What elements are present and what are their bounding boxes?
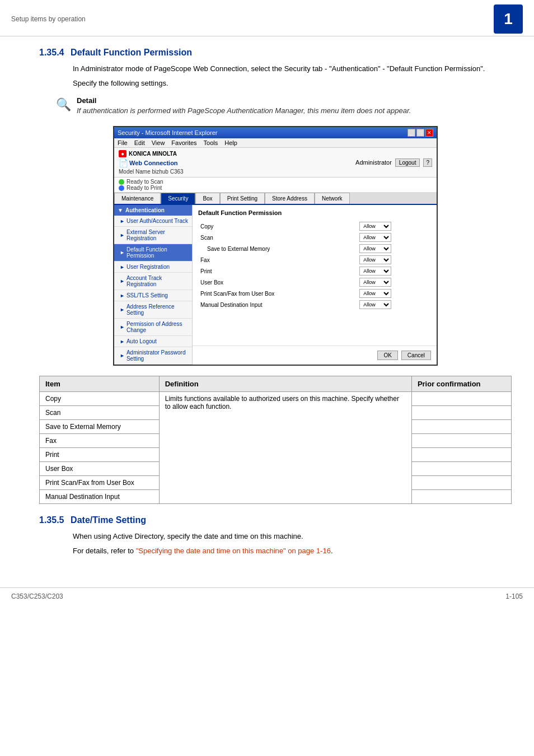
func-row-print-scan-fax: Print Scan/Fax from User Box Allow Restr…	[198, 288, 431, 299]
print-scan-fax-select[interactable]: Allow Restrict	[359, 289, 391, 298]
table-cell-item-userbox: User Box	[40, 462, 160, 476]
func-select-print-scan-fax[interactable]: Allow Restrict	[357, 288, 431, 299]
func-name-copy: Copy	[198, 221, 357, 232]
ref-table-header-row: Item Definition Prior confirmation	[40, 376, 512, 392]
table-cell-prior-scan	[411, 406, 511, 420]
ss-btn-row: OK Cancel	[193, 346, 437, 365]
table-cell-item-manual-dest: Manual Destination Input	[40, 490, 160, 504]
table-cell-item-copy: Copy	[40, 392, 160, 406]
func-select-scan[interactable]: Allow Restrict	[357, 232, 431, 243]
table-cell-item-print: Print	[40, 448, 160, 462]
status-scan: Ready to Scan	[119, 179, 432, 185]
ref-table: Item Definition Prior confirmation Copy …	[39, 376, 512, 504]
sidebar-item-user-reg[interactable]: ► User Registration	[114, 262, 192, 273]
ss-body: ▼ Authentication ► User Auth/Account Tra…	[114, 205, 437, 365]
page-header: Setup items by operation 1	[0, 0, 534, 36]
tab-security[interactable]: Security	[161, 193, 195, 204]
detail-content: Detail If authentication is performed wi…	[77, 96, 411, 116]
sidebar-item-address-ref[interactable]: ► Address Reference Setting	[114, 301, 192, 319]
maximize-button[interactable]: □	[416, 129, 424, 137]
func-name-userbox: User Box	[198, 277, 357, 288]
sidebar-item-user-auth[interactable]: ► User Auth/Account Track	[114, 216, 192, 227]
tab-network[interactable]: Network	[315, 193, 350, 204]
section2-body2-suffix: .	[331, 547, 333, 555]
model-name: Model Name bizhub C363	[119, 169, 184, 175]
sidebar-item-admin-password[interactable]: ► Administrator Password Setting	[114, 347, 192, 365]
tab-store-address[interactable]: Store Address	[265, 193, 315, 204]
section2-body2: For details, refer to "Specifying the da…	[73, 545, 512, 557]
sidebar-item-perm-address[interactable]: ► Permission of Address Change	[114, 319, 192, 336]
ss-func-table: Copy Allow Restrict Scan	[198, 221, 431, 310]
menu-help[interactable]: Help	[224, 139, 237, 146]
print-select[interactable]: Allow Restrict	[359, 267, 391, 276]
logout-button[interactable]: Logout	[395, 158, 420, 167]
scan-select[interactable]: Allow Restrict	[359, 233, 391, 242]
copy-select[interactable]: Allow Restrict	[359, 222, 391, 231]
sidebar-item-account-track[interactable]: ► Account Track Registration	[114, 273, 192, 290]
ss-logo: ● KONICA MINOLTA	[119, 150, 184, 157]
status-print: Ready to Print	[119, 185, 432, 191]
sidebar-item-default-function[interactable]: ► Default Function Permission	[114, 244, 192, 262]
sidebar-item-external-server[interactable]: ► External Server Registration	[114, 227, 192, 244]
menu-edit[interactable]: Edit	[134, 139, 145, 146]
ss-title-text: Security - Microsoft Internet Explorer	[118, 129, 218, 136]
tab-box[interactable]: Box	[195, 193, 219, 204]
tab-print-setting[interactable]: Print Setting	[220, 193, 265, 204]
table-cell-prior-print-scan-fax	[411, 476, 511, 490]
table-cell-prior-copy	[411, 392, 511, 406]
func-select-save-ext[interactable]: Allow Restrict	[357, 243, 431, 254]
sidebar-section-authentication: ▼ Authentication	[114, 205, 192, 216]
func-name-manual-dest: Manual Destination Input	[198, 299, 357, 310]
func-row-copy: Copy Allow Restrict	[198, 221, 431, 232]
footer-left: C353/C253/C203	[11, 592, 63, 600]
section-title: Default Function Permission	[71, 48, 192, 57]
detail-text: If authentication is performed with Page…	[77, 106, 411, 116]
table-cell-prior-userbox	[411, 462, 511, 476]
ss-content: Default Function Permission Copy Allow R…	[193, 205, 437, 346]
func-name-save-ext: Save to External Memory	[198, 243, 357, 254]
func-select-copy[interactable]: Allow Restrict	[357, 221, 431, 232]
table-cell-item-save-ext: Save to External Memory	[40, 420, 160, 434]
konica-logo: ●	[119, 150, 127, 157]
section2-body1: When using Active Directory, specify the…	[73, 531, 512, 542]
table-cell-prior-fax	[411, 434, 511, 448]
fax-select[interactable]: Allow Restrict	[359, 255, 391, 264]
func-select-manual-dest[interactable]: Allow Restrict	[357, 299, 431, 310]
tab-maintenance[interactable]: Maintenance	[114, 193, 161, 204]
section2-number: 1.35.5	[39, 515, 64, 525]
ss-cancel-button[interactable]: Cancel	[401, 351, 431, 360]
help-button[interactable]: ?	[423, 158, 432, 167]
section2-link[interactable]: "Specifying the date and time on this ma…	[136, 547, 331, 555]
table-cell-definition: Limits functions available to authorized…	[159, 392, 411, 504]
section-1-35-5: 1.35.5 Date/Time Setting When using Acti…	[39, 515, 512, 556]
minimize-button[interactable]: _	[407, 129, 415, 137]
menu-file[interactable]: File	[118, 139, 128, 146]
func-name-print-scan-fax: Print Scan/Fax from User Box	[198, 288, 357, 299]
detail-icon: 🔍	[56, 97, 71, 112]
manual-dest-select[interactable]: Allow Restrict	[359, 300, 391, 309]
func-select-userbox[interactable]: Allow Restrict	[357, 277, 431, 288]
func-name-fax: Fax	[198, 254, 357, 265]
func-row-userbox: User Box Allow Restrict	[198, 277, 431, 288]
section-1-35-4: 1.35.4 Default Function Permission In Ad…	[39, 48, 512, 504]
close-button[interactable]: ✕	[425, 129, 433, 137]
ss-ok-button[interactable]: OK	[377, 351, 397, 360]
sidebar-item-ssl[interactable]: ► SSL/TLS Setting	[114, 290, 192, 301]
detail-box: 🔍 Detail If authentication is performed …	[56, 96, 512, 116]
status-scan-text: Ready to Scan	[127, 179, 163, 185]
func-select-fax[interactable]: Allow Restrict	[357, 254, 431, 265]
func-select-print[interactable]: Allow Restrict	[357, 265, 431, 277]
screenshot-container: Security - Microsoft Internet Explorer _…	[113, 126, 438, 366]
sidebar-item-auto-logout[interactable]: ► Auto Logout	[114, 336, 192, 347]
menu-tools[interactable]: Tools	[204, 139, 218, 146]
ref-table-header-item: Item	[40, 376, 160, 392]
table-row: Copy Limits functions available to autho…	[40, 392, 512, 406]
func-row-scan: Scan Allow Restrict	[198, 232, 431, 243]
userbox-select[interactable]: Allow Restrict	[359, 278, 391, 287]
menu-view[interactable]: View	[152, 139, 165, 146]
func-row-manual-dest: Manual Destination Input Allow Restrict	[198, 299, 431, 310]
menu-favorites[interactable]: Favorites	[171, 139, 196, 146]
func-name-print: Print	[198, 265, 357, 277]
section2-body2-prefix: For details, refer to	[73, 547, 136, 555]
save-ext-select[interactable]: Allow Restrict	[359, 244, 391, 253]
